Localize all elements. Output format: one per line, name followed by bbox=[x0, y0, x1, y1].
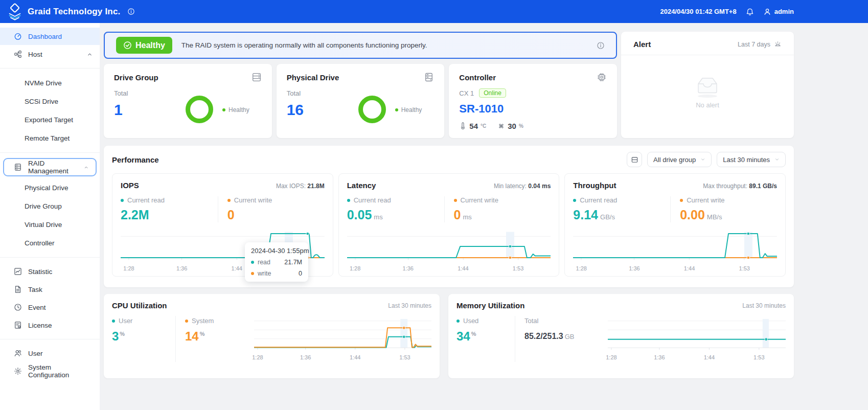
memory-range: Last 30 minutes bbox=[742, 302, 786, 309]
gear-icon bbox=[14, 367, 22, 375]
dashboard-icon bbox=[14, 32, 22, 40]
write-dot bbox=[680, 199, 683, 202]
write-dot bbox=[454, 199, 457, 202]
controller-model[interactable]: SR-1010 bbox=[459, 102, 607, 116]
check-circle-icon bbox=[123, 41, 132, 50]
read-dot bbox=[573, 199, 576, 202]
users-icon bbox=[14, 349, 22, 357]
system-dot bbox=[185, 320, 188, 323]
user-icon bbox=[763, 8, 771, 16]
sidebar-item-raid-management[interactable]: RAID Management bbox=[4, 159, 96, 175]
sidebar-item-statistic[interactable]: Statistic bbox=[0, 263, 100, 280]
sidebar-item-label: Task bbox=[28, 286, 42, 293]
sidebar-item-scsi-drive[interactable]: SCSi Drive bbox=[0, 92, 100, 110]
drive-group-title: Drive Group bbox=[114, 73, 158, 82]
current-read-label: Current read bbox=[121, 196, 218, 204]
cpu-system-value: 14% bbox=[185, 329, 248, 344]
healthy-dot bbox=[395, 108, 398, 111]
sidebar-item-label: License bbox=[28, 322, 52, 329]
sidebar-item-host[interactable]: Host bbox=[0, 45, 100, 63]
sidebar-item-label: SCSi Drive bbox=[25, 98, 58, 105]
host-icon bbox=[14, 50, 22, 58]
drive-group-health-donut bbox=[186, 96, 213, 123]
time-range-select[interactable]: Last 30 minutes bbox=[717, 152, 786, 167]
sidebar-item-label: User bbox=[28, 350, 43, 357]
user-menu[interactable]: admin bbox=[763, 8, 794, 16]
brand-title: Graid Technology Inc. bbox=[28, 7, 120, 17]
sidebar-item-dashboard[interactable]: Dashboard bbox=[0, 28, 100, 45]
cpu-utilization-card: CPU Utilization Last 30 minutes User 3% … bbox=[104, 294, 440, 378]
sidebar-item-remote-target[interactable]: Remote Target bbox=[0, 129, 100, 147]
sidebar-item-task[interactable]: Task bbox=[0, 281, 100, 298]
sidebar-item-label: Dashboard bbox=[28, 33, 62, 40]
sidebar-item-license[interactable]: License bbox=[0, 316, 100, 334]
read-dot bbox=[251, 261, 254, 264]
latency-min: Min latency: 0.04 ms bbox=[494, 183, 551, 190]
total-label: Total bbox=[114, 89, 262, 97]
chart-layout-button[interactable] bbox=[627, 152, 642, 167]
graid-logo-icon bbox=[6, 3, 24, 20]
legend-label: Healthy bbox=[401, 106, 422, 113]
thermometer-icon bbox=[459, 122, 467, 130]
chip-icon[interactable] bbox=[597, 72, 607, 82]
physical-drive-icon[interactable] bbox=[424, 72, 434, 82]
tooltip-read-value: 21.7M bbox=[284, 259, 302, 266]
sidebar-item-virtual-drive[interactable]: Virtual Drive bbox=[0, 215, 100, 234]
temperature-value: 54 bbox=[469, 122, 478, 130]
task-icon bbox=[14, 285, 22, 293]
sidebar-item-raid-management-focused: RAID Management bbox=[3, 158, 97, 176]
sidebar-item-system-configuration[interactable]: System Configuration bbox=[0, 362, 100, 380]
fan-icon bbox=[497, 122, 505, 130]
sidebar-item-label: Event bbox=[28, 304, 46, 311]
physical-drive-title: Physical Drive bbox=[287, 73, 339, 82]
sidebar-item-physical-drive[interactable]: Physical Drive bbox=[0, 178, 100, 197]
cpu-user-value: 3% bbox=[112, 329, 175, 344]
min-label: Min latency: bbox=[494, 183, 527, 190]
throughput-title: Throughput bbox=[573, 181, 616, 190]
memory-total-value: 85.2/251.3GB bbox=[524, 332, 602, 341]
sidebar-item-event[interactable]: Event bbox=[0, 299, 100, 316]
cpu-title: CPU Utilization bbox=[112, 301, 167, 310]
latency-chart-card: Latency Min latency: 0.04 ms Current rea… bbox=[338, 173, 560, 277]
drive-group-icon[interactable] bbox=[252, 72, 262, 82]
sidebar-item-label: Exported Target bbox=[25, 116, 73, 124]
throughput-max: Max throughput: 89.1 GB/s bbox=[703, 183, 777, 190]
drive-group-filter-select[interactable]: All drive group bbox=[647, 152, 712, 167]
current-write-label: Current write bbox=[454, 196, 551, 204]
performance-title: Performance bbox=[112, 155, 159, 164]
latency-x-axis: 1:28 1:36 1:44 1:53 bbox=[347, 265, 551, 272]
about-info-button[interactable] bbox=[127, 8, 135, 15]
alert-empty-state: No alert bbox=[633, 55, 782, 129]
chevron-down-icon bbox=[700, 157, 705, 162]
sidebar-item-controller[interactable]: Controller bbox=[0, 234, 100, 252]
chevron-down-icon bbox=[774, 157, 780, 162]
current-write-label: Current write bbox=[227, 196, 325, 204]
time-range-value: Last 30 minutes bbox=[723, 156, 770, 164]
cpu-chart[interactable]: 1:28 1:36 1:44 1:53 bbox=[254, 316, 431, 362]
sidebar-item-exported-target[interactable]: Exported Target bbox=[0, 110, 100, 129]
latency-chart[interactable] bbox=[347, 230, 551, 262]
health-status-message: The RAID system is operating normally wi… bbox=[181, 41, 587, 49]
tooltip-write-row: write 0 bbox=[251, 270, 302, 277]
notifications-button[interactable] bbox=[746, 8, 754, 16]
datetime: 2024/04/30 01:42 GMT+8 bbox=[660, 8, 736, 15]
raid-icon bbox=[14, 163, 22, 171]
sidebar-item-nvme-drive[interactable]: NVMe Drive bbox=[0, 74, 100, 92]
latency-read-value: 0.05ms bbox=[347, 208, 444, 222]
drive-group-card: Drive Group Total 1 bbox=[104, 64, 272, 138]
min-value: 0.04 ms bbox=[528, 183, 551, 190]
sidebar-divider bbox=[0, 339, 100, 339]
sidebar-item-label: Drive Group bbox=[25, 202, 62, 210]
memory-chart[interactable]: 1:28 1:36 1:44 1:53 bbox=[608, 316, 786, 362]
alert-range[interactable]: Last 7 days bbox=[738, 40, 782, 48]
info-icon[interactable] bbox=[597, 41, 605, 50]
alert-range-label: Last 7 days bbox=[738, 41, 770, 48]
iops-max: Max IOPS: 21.8M bbox=[276, 183, 325, 190]
sidebar-item-drive-group[interactable]: Drive Group bbox=[0, 197, 100, 215]
sidebar-item-user[interactable]: User bbox=[0, 345, 100, 362]
total-label: Total bbox=[287, 89, 435, 97]
alert-title: Alert bbox=[633, 40, 651, 49]
throughput-chart[interactable] bbox=[573, 230, 777, 262]
main-content: Healthy The RAID system is operating nor… bbox=[100, 23, 868, 410]
current-read-label: Current read bbox=[573, 196, 670, 204]
